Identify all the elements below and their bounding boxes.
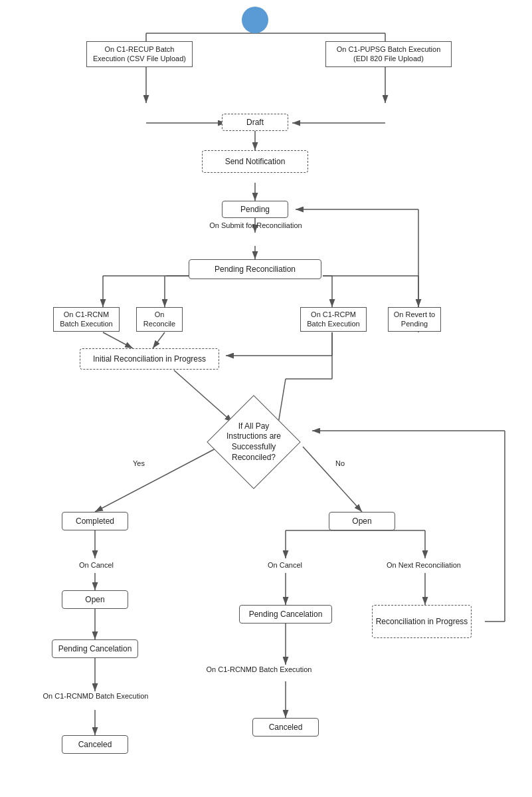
- c1-recup-label: On C1-RECUP Batch Execution (CSV File Up…: [86, 41, 193, 67]
- on-next-recon-label: On Next Reconciliation: [384, 560, 464, 570]
- on-cancel-right-label: On Cancel: [255, 560, 315, 570]
- canceled-right-node: Canceled: [252, 718, 319, 737]
- pending-cancel-right-node: Pending Cancelation: [239, 605, 332, 624]
- on-reconcile-label: On Reconcile: [136, 307, 183, 332]
- on-submit-label: On Submit for Reconciliation: [186, 221, 325, 230]
- initial-recon-node: Initial Reconciliation in Progress: [80, 348, 219, 370]
- on-c1rcnmd-right-label: On C1-RCNMD Batch Execution: [193, 665, 325, 674]
- no-label: No: [335, 459, 345, 468]
- svg-line-31: [303, 447, 362, 512]
- pending-node: Pending: [222, 201, 288, 218]
- canceled-left-node: Canceled: [62, 735, 128, 754]
- open-left-node: Open: [62, 590, 128, 609]
- on-cancel-left-label: On Cancel: [63, 560, 130, 570]
- on-revert-label: On Revert to Pending: [388, 307, 441, 332]
- recon-in-progress-node: Reconciliation in Progress: [372, 605, 472, 638]
- svg-line-19: [103, 332, 133, 348]
- open-right-node: Open: [329, 512, 395, 530]
- on-c1-rcnm-label: On C1-RCNM Batch Execution: [53, 307, 120, 332]
- diamond-text: If All Pay Instructions are Successfully…: [217, 421, 290, 463]
- diamond-node: If All Pay Instructions are Successfully…: [217, 405, 290, 479]
- svg-line-20: [153, 332, 165, 348]
- on-c1rcnmd-left-label: On C1-RCNMD Batch Execution: [29, 691, 162, 701]
- svg-line-30: [95, 447, 219, 512]
- pending-cancel-left-node: Pending Cancelation: [52, 639, 138, 658]
- c1-pupsg-label: On C1-PUPSG Batch Execution (EDI 820 Fil…: [325, 41, 452, 67]
- diagram: On C1-RECUP Batch Execution (CSV File Up…: [0, 0, 532, 797]
- yes-label: Yes: [133, 459, 145, 468]
- start-node: [242, 7, 268, 33]
- completed-node: Completed: [62, 512, 128, 530]
- on-c1-rcpm-label: On C1-RCPM Batch Execution: [300, 307, 367, 332]
- send-notification-node: Send Notification: [202, 150, 308, 173]
- draft-node: Draft: [222, 114, 288, 131]
- pending-reconciliation-node: Pending Reconciliation: [189, 259, 321, 279]
